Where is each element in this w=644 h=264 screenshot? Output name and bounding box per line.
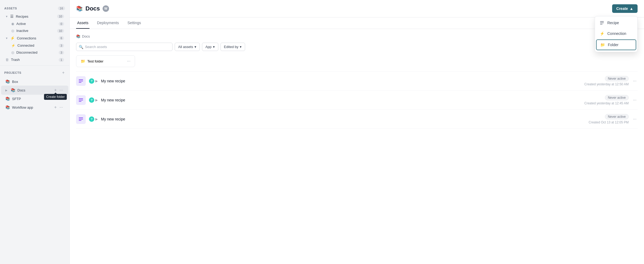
recipe-name-2: My new recipe <box>101 117 567 121</box>
docs-label: Docs <box>17 88 25 92</box>
recipe-info-1: My new recipe <box>101 98 567 102</box>
recipe-row: ? ▶ My new recipe Never active Created y… <box>76 71 638 90</box>
filter-bar: 🔍 All assets ▾ App ▾ Edited by ▾ <box>76 43 638 51</box>
all-assets-filter-button[interactable]: All assets ▾ <box>175 43 200 51</box>
recipes-list: ? ▶ My new recipe Never active Created y… <box>76 71 638 129</box>
projects-section-header: PROJECTS + <box>0 68 69 78</box>
sidebar-item-connections[interactable]: ▼ ⚡ Connections 6 <box>1 34 68 42</box>
search-input-wrapper: 🔍 <box>76 43 173 51</box>
question-indicator-0: ? <box>89 78 94 84</box>
sidebar-item-recipes[interactable]: ▼ ☰ Recipes 10 <box>1 13 68 20</box>
sftp-stack-icon: 📚 <box>5 97 10 101</box>
connected-bolt-icon: ⚡ <box>11 44 15 47</box>
breadcrumb-icon: 📚 <box>76 34 80 38</box>
folder-dropdown-icon: 📁 <box>600 42 605 47</box>
recipe-name-1: My new recipe <box>101 98 567 102</box>
create-chevron-icon: ▲ <box>630 6 633 11</box>
inactive-count-badge: 10 <box>57 29 64 33</box>
box-label: Box <box>12 80 18 84</box>
tab-settings[interactable]: Settings <box>126 17 142 29</box>
recipe-icon-1 <box>76 95 86 105</box>
search-input[interactable] <box>76 43 173 51</box>
svg-rect-1 <box>79 81 83 81</box>
recipe-indicators-2: ? ▶ <box>89 116 98 122</box>
workflow-add-button[interactable]: + <box>54 105 57 110</box>
dropdown-recipe-label: Recipe <box>607 21 619 25</box>
projects-label: PROJECTS <box>4 71 21 74</box>
workflow-stack-icon: 📚 <box>5 105 10 109</box>
breadcrumb-label: Docs <box>82 34 90 38</box>
recipe-more-button-0[interactable]: ··· <box>632 78 638 84</box>
connected-count-badge: 3 <box>59 44 64 47</box>
recipe-dropdown-icon <box>599 20 605 25</box>
connections-label: Connections <box>17 36 36 40</box>
recipe-info-2: My new recipe <box>101 117 567 121</box>
svg-rect-11 <box>600 24 602 24</box>
recipe-timestamp-0: Created yesterday at 12:50 AM <box>584 82 628 86</box>
recipe-row: ? ▶ My new recipe Never active Created O… <box>76 109 638 129</box>
create-button[interactable]: Create ▲ <box>612 4 638 13</box>
assets-count-badge: 16 <box>58 6 65 10</box>
docs-chevron-icon: ▶ <box>5 89 8 92</box>
dropdown-item-recipe[interactable]: Recipe <box>595 17 637 28</box>
all-assets-chevron-icon: ▾ <box>194 45 196 49</box>
sidebar-item-connected[interactable]: ⚡ Connected 3 <box>1 42 68 49</box>
app-filter-button[interactable]: App ▾ <box>202 43 218 51</box>
edited-by-label: Edited by <box>224 45 238 49</box>
question-indicator-2: ? <box>89 116 94 122</box>
project-item-box[interactable]: 📚 Box <box>1 78 68 85</box>
connections-bolt-icon: ⚡ <box>10 36 15 40</box>
edited-by-filter-button[interactable]: Edited by ▾ <box>220 43 245 51</box>
dropdown-item-connection[interactable]: ⚡ Connection <box>595 28 637 39</box>
status-badge-1: Never active <box>605 95 629 100</box>
main-header-left: 📚 Docs W <box>76 5 109 12</box>
svg-rect-10 <box>600 23 604 23</box>
sidebar-divider <box>0 65 69 66</box>
recipes-chevron-icon: ▼ <box>5 15 8 18</box>
sidebar-item-inactive[interactable]: ◎ Inactive 10 <box>1 27 68 34</box>
project-item-workflow[interactable]: 📚 Workflow app + ··· <box>1 103 68 112</box>
active-label: Active <box>16 22 26 26</box>
tabs-bar: Assets Deployments Settings <box>70 17 644 29</box>
recipe-timestamp-1: Created yesterday at 12:45 AM <box>584 101 628 105</box>
sidebar-item-active[interactable]: ◉ Active 0 <box>1 20 68 27</box>
main-header: 📚 Docs W Create ▲ <box>70 0 644 17</box>
dropdown-folder-label: Folder <box>608 43 619 47</box>
edited-by-chevron-icon: ▾ <box>240 45 242 49</box>
recipe-indicators-0: ? ▶ <box>89 78 98 84</box>
svg-rect-4 <box>79 100 83 100</box>
recipe-row: ? ▶ My new recipe Never active Created y… <box>76 90 638 109</box>
active-count-badge: 0 <box>59 22 64 26</box>
search-icon: 🔍 <box>79 45 83 49</box>
folder-more-button[interactable]: ··· <box>127 59 130 64</box>
box-stack-icon: 📚 <box>5 79 10 84</box>
recipe-meta-0: Never active Created yesterday at 12:50 … <box>570 76 629 86</box>
dropdown-connection-label: Connection <box>607 31 626 36</box>
project-item-docs[interactable]: ▶ 📚 Docs + Create folder ··· <box>1 86 68 95</box>
workflow-more-button[interactable]: ··· <box>58 104 64 110</box>
main-content: 📚 Docs W Create ▲ Assets Deployments Set… <box>70 0 644 264</box>
recipe-more-button-1[interactable]: ··· <box>632 97 638 103</box>
status-badge-0: Never active <box>605 76 629 81</box>
svg-rect-0 <box>79 79 83 80</box>
trash-label: Trash <box>11 58 20 62</box>
workspace-badge: W <box>103 5 109 12</box>
folder-card[interactable]: 📁 Test folder ··· <box>76 55 135 67</box>
recipe-more-button-2[interactable]: ··· <box>632 116 638 122</box>
recipes-stack-icon: ☰ <box>10 14 14 19</box>
workflow-project-actions: + ··· <box>54 104 64 110</box>
connected-label: Connected <box>17 43 34 47</box>
docs-more-button[interactable]: ··· <box>58 87 64 93</box>
add-project-button[interactable]: + <box>62 70 65 75</box>
sidebar-item-trash[interactable]: 🗑 Trash 1 <box>1 56 68 63</box>
arrow-indicator-1: ▶ <box>95 98 98 102</box>
trash-icon: 🗑 <box>5 58 9 62</box>
tab-assets[interactable]: Assets <box>76 17 89 29</box>
create-folder-tooltip: Create folder <box>44 94 67 100</box>
connection-dropdown-icon: ⚡ <box>599 31 605 36</box>
breadcrumb: 📚 Docs <box>76 34 638 38</box>
sidebar-item-disconnected[interactable]: ◎ Disconnected 3 <box>1 49 68 56</box>
sftp-label: SFTP <box>12 97 21 101</box>
tab-deployments[interactable]: Deployments <box>96 17 120 29</box>
dropdown-item-folder[interactable]: 📁 Folder <box>596 39 636 50</box>
